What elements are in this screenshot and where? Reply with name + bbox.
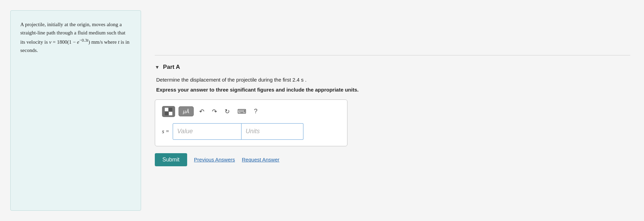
answer-box: μÅ ↶ ↷ ↻ ⌨ ? s = <box>155 99 347 146</box>
chevron-icon[interactable]: ▼ <box>155 64 160 70</box>
question-text: Determine the displacement of the projec… <box>156 77 630 83</box>
toolbar: μÅ ↶ ↷ ↻ ⌨ ? <box>162 106 340 117</box>
keyboard-button[interactable]: ⌨ <box>235 106 248 117</box>
request-answer-button[interactable]: Request Answer <box>242 157 279 162</box>
previous-answers-label: Previous Answers <box>194 157 235 162</box>
request-answer-label: Request Answer <box>242 157 279 162</box>
mu-label: μÅ <box>183 108 189 114</box>
help-label: ? <box>254 108 257 115</box>
part-header: ▼ Part A <box>155 64 630 71</box>
redo-button[interactable]: ↷ <box>210 106 219 117</box>
input-row: s = <box>162 123 340 140</box>
divider <box>155 55 630 55</box>
reset-button[interactable]: ↻ <box>223 106 232 117</box>
previous-answers-button[interactable]: Previous Answers <box>194 157 235 162</box>
matrix-icon <box>165 108 172 115</box>
help-button[interactable]: ? <box>252 106 259 116</box>
matrix-button[interactable] <box>162 106 175 117</box>
part-label: Part A <box>163 64 180 71</box>
express-instruction: Express your answer to three significant… <box>156 87 630 93</box>
eq-label: s = <box>162 128 169 135</box>
units-input[interactable] <box>242 123 303 140</box>
problem-text: A projectile, initially at the origin, m… <box>20 20 131 54</box>
undo-button[interactable]: ↶ <box>197 106 206 117</box>
value-input[interactable] <box>173 123 242 140</box>
action-row: Submit Previous Answers Request Answer <box>155 153 630 166</box>
submit-button[interactable]: Submit <box>155 153 187 166</box>
mu-button[interactable]: μÅ <box>179 106 194 116</box>
right-panel: ▼ Part A Determine the displacement of t… <box>141 0 644 221</box>
submit-label: Submit <box>162 157 180 162</box>
problem-panel: A projectile, initially at the origin, m… <box>10 10 141 211</box>
